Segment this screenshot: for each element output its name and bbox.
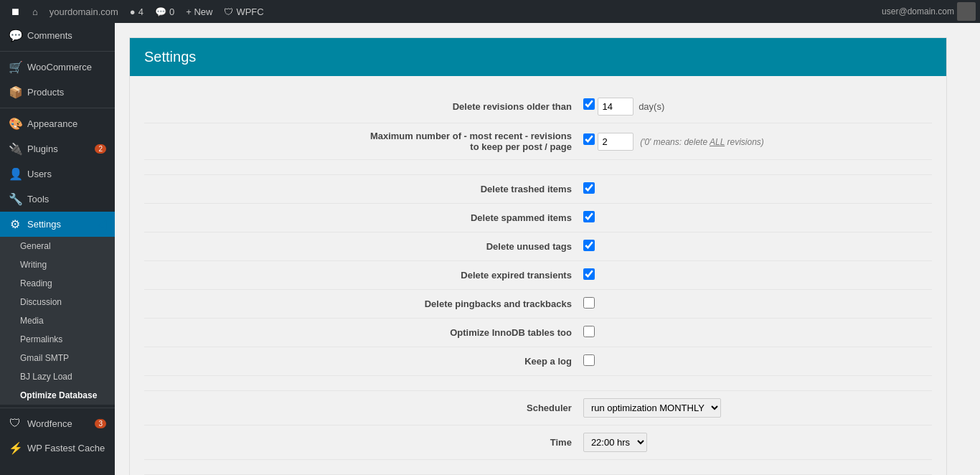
row-time: Time 00:00 hrs 01:00 hrs 20:00 hrs 21:00… (144, 425, 932, 460)
submenu-reading[interactable]: Reading (0, 274, 115, 293)
sidebar-item-users[interactable]: 👤 Users (0, 161, 115, 187)
label-delete-trashed: Delete trashed items (144, 175, 578, 204)
label-time: Time (144, 425, 578, 460)
comment-icon: 💬 (155, 6, 166, 17)
adminbar-site-name[interactable]: yourdomain.com (44, 6, 124, 17)
checkbox-delete-expired-transients[interactable] (583, 268, 595, 280)
checkbox-max-revisions[interactable] (583, 133, 595, 145)
comments-icon: 💬 (9, 29, 22, 42)
adminbar-user-info: user@domain.com (882, 6, 954, 17)
row-delete-pingbacks: Delete pingbacks and trackbacks (144, 290, 932, 319)
sidebar-label-appearance: Appearance (27, 118, 77, 129)
sidebar-item-plugins[interactable]: 🔌 Plugins 2 (0, 136, 115, 161)
users-icon: 👤 (9, 167, 22, 181)
sidebar-item-tools[interactable]: 🔧 Tools (0, 187, 115, 212)
sidebar-label-woocommerce: WooCommerce (27, 62, 92, 72)
sidebar-label-comments: Comments (27, 30, 72, 41)
wp-fastest-cache-icon: ⚡ (9, 441, 22, 455)
row-max-revisions: Maximum number of - most recent - revisi… (144, 123, 932, 160)
checkbox-keep-log[interactable] (583, 354, 595, 366)
submenu-writing[interactable]: Writing (0, 255, 115, 274)
updates-count: 4 (138, 6, 143, 17)
day-label: day(s) (639, 101, 664, 112)
control-keep-log (578, 347, 932, 376)
control-delete-revisions: day(s) (578, 90, 932, 123)
adminbar-new[interactable]: + New (180, 0, 218, 23)
settings-icon: ⚙ (9, 217, 22, 231)
spacer-row-3 (144, 460, 932, 475)
settings-title: Settings (144, 49, 932, 65)
sidebar-item-settings[interactable]: ⚙ Settings ◀ (0, 212, 115, 237)
control-delete-pingbacks (578, 290, 932, 319)
updates-icon: ● (130, 6, 136, 17)
row-delete-expired-transients: Delete expired transients (144, 261, 932, 290)
wp-wrap: 💬 Comments 🛒 WooCommerce 📦 Products 🎨 Ap… (0, 23, 980, 475)
row-delete-spammed: Delete spammed items (144, 204, 932, 232)
submenu-bj-lazy-load[interactable]: BJ Lazy Load (0, 367, 115, 386)
wp-logo-icon[interactable]: ■ (4, 4, 27, 19)
label-delete-spammed: Delete spammed items (144, 204, 578, 232)
control-delete-unused-tags (578, 232, 932, 261)
woocommerce-icon: 🛒 (9, 60, 22, 74)
checkbox-delete-unused-tags[interactable] (583, 240, 595, 251)
control-scheduler: run optimization DAILY run optimization … (578, 391, 932, 425)
wordfence-badge: 3 (95, 419, 106, 428)
control-optimize-innodb (578, 319, 932, 347)
select-time[interactable]: 00:00 hrs 01:00 hrs 20:00 hrs 21:00 hrs … (583, 433, 647, 452)
sidebar-label-plugins: Plugins (27, 144, 58, 154)
checkbox-optimize-innodb[interactable] (583, 326, 595, 337)
label-delete-unused-tags: Delete unused tags (144, 232, 578, 261)
sidebar-item-wordfence[interactable]: 🛡 Wordfence 3 (0, 411, 115, 436)
sidebar-label-wp-fastest-cache: WP Fastest Cache (27, 443, 105, 453)
sidebar-item-comments[interactable]: 💬 Comments (0, 23, 115, 48)
sidebar-label-users: Users (27, 169, 52, 179)
wpfc-shield-icon: 🛡 (224, 6, 233, 17)
label-keep-log: Keep a log (144, 347, 578, 376)
label-delete-pingbacks: Delete pingbacks and trackbacks (144, 290, 578, 319)
row-delete-unused-tags: Delete unused tags (144, 232, 932, 261)
checkbox-delete-trashed[interactable] (583, 182, 595, 194)
sidebar-label-wordfence: Wordfence (27, 418, 72, 429)
settings-table: Delete revisions older than day(s) Maxim… (144, 90, 932, 475)
control-delete-expired-transients (578, 261, 932, 290)
sidebar-item-appearance[interactable]: 🎨 Appearance (0, 111, 115, 136)
note-max-revisions: ('0' means: delete ALL revisions) (640, 137, 764, 147)
sidebar-item-wp-fastest-cache[interactable]: ⚡ WP Fastest Cache (0, 436, 115, 461)
label-max-revisions: Maximum number of - most recent - revisi… (144, 123, 578, 160)
new-label: + New (186, 6, 212, 17)
adminbar-updates[interactable]: ● 4 (124, 0, 149, 23)
comments-count: 0 (169, 6, 174, 17)
checkbox-delete-revisions[interactable] (583, 98, 595, 110)
submenu-discussion[interactable]: Discussion (0, 293, 115, 311)
avatar[interactable] (957, 2, 976, 21)
wpfc-label: WPFC (236, 6, 263, 17)
sidebar-label-products: Products (27, 87, 64, 98)
tools-icon: 🔧 (9, 192, 22, 206)
wordfence-icon: 🛡 (9, 417, 22, 430)
submenu-optimize-database[interactable]: Optimize Database (0, 386, 115, 405)
sidebar-label-settings: Settings (27, 219, 61, 230)
submenu-general[interactable]: General (0, 237, 115, 255)
select-scheduler[interactable]: run optimization DAILY run optimization … (583, 398, 721, 418)
checkbox-delete-pingbacks[interactable] (583, 297, 595, 309)
adminbar-right: user@domain.com (882, 2, 976, 21)
row-delete-trashed: Delete trashed items (144, 175, 932, 204)
submenu-gmail-smtp[interactable]: Gmail SMTP (0, 349, 115, 367)
adminbar-home[interactable]: ⌂ (27, 0, 44, 23)
submenu-permalinks[interactable]: Permalinks (0, 330, 115, 349)
label-delete-revisions: Delete revisions older than (144, 90, 578, 123)
submenu-media[interactable]: Media (0, 311, 115, 330)
label-delete-expired-transients: Delete expired transients (144, 261, 578, 290)
checkbox-delete-spammed[interactable] (583, 211, 595, 222)
input-max-revisions[interactable] (598, 133, 633, 151)
adminbar-comments[interactable]: 💬 0 (149, 0, 180, 23)
sidebar-item-woocommerce[interactable]: 🛒 WooCommerce (0, 55, 115, 80)
adminbar-wpfc[interactable]: 🛡 WPFC (218, 6, 269, 17)
control-max-revisions: ('0' means: delete ALL revisions) (578, 123, 932, 160)
input-revisions-days[interactable] (598, 98, 633, 116)
control-time: 00:00 hrs 01:00 hrs 20:00 hrs 21:00 hrs … (578, 425, 932, 460)
sidebar-item-products[interactable]: 📦 Products (0, 80, 115, 105)
row-delete-revisions: Delete revisions older than day(s) (144, 90, 932, 123)
plugins-badge: 2 (95, 144, 106, 154)
sidebar-label-tools: Tools (27, 194, 49, 204)
